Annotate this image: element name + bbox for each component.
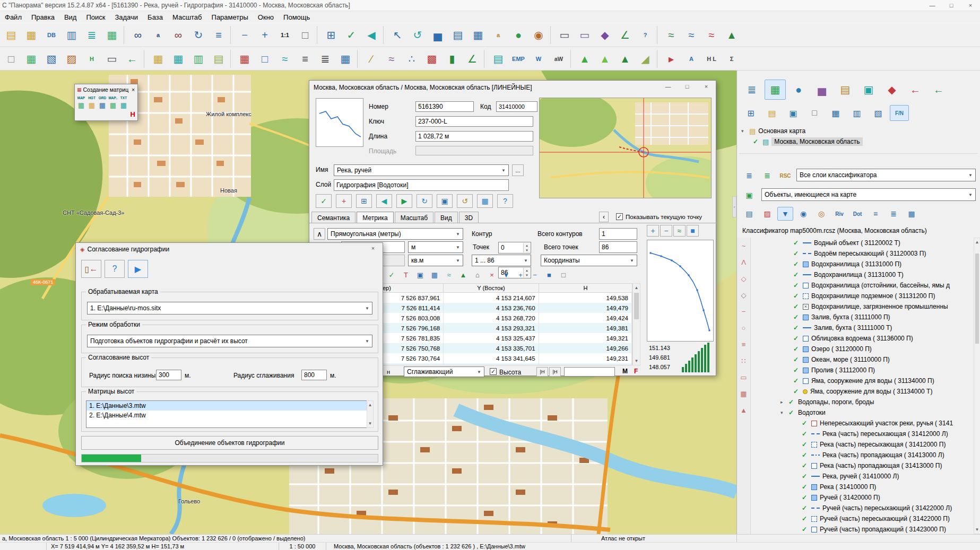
menu-Задачи[interactable]: Задачи xyxy=(110,12,143,22)
tree-scrollbar[interactable]: ▲ ▼ xyxy=(974,238,980,534)
triangle-icon[interactable]: ▲ xyxy=(740,406,747,414)
classifier-item[interactable]: ✓×Водохранилище, загрязненное промышленн… xyxy=(751,301,974,312)
elevation-profile-chart[interactable] xyxy=(647,240,714,342)
tree-root-row[interactable]: ▾ ▤ Основная карта xyxy=(741,126,975,136)
check-icon[interactable]: ✓ xyxy=(802,462,809,469)
map-aw[interactable]: aW xyxy=(549,49,569,69)
doc-add[interactable]: ▣ xyxy=(784,105,803,121)
fn-toggle[interactable]: F/N xyxy=(890,105,909,121)
search-object[interactable]: ∞ xyxy=(168,25,188,45)
merge-button[interactable]: Объединение объектов гидрографии xyxy=(81,436,378,450)
close-button[interactable]: × xyxy=(697,81,716,92)
check-icon[interactable]: ✓ xyxy=(802,420,809,427)
m-button[interactable]: М xyxy=(622,368,628,375)
profile-zoom-in[interactable]: + xyxy=(647,225,659,237)
grid-red[interactable]: ▦ xyxy=(235,49,255,69)
hatch-red[interactable]: ▩ xyxy=(422,49,442,69)
rect-icon[interactable]: ▭ xyxy=(740,373,747,381)
classifier-item[interactable]: ✓Непересыхающий участок реки, ручья ( 31… xyxy=(751,418,974,429)
database-dbm[interactable]: DB xyxy=(41,25,62,45)
profile-chart[interactable]: ≈ xyxy=(673,225,686,237)
slope[interactable]: ◢ xyxy=(635,49,655,69)
open-map[interactable]: ▤ xyxy=(1,25,21,45)
list-num[interactable]: ≣ xyxy=(315,49,335,69)
matrix-h-label[interactable]: H xyxy=(131,110,135,118)
name-combo[interactable]: Река, ручей▼ xyxy=(334,164,509,176)
classifier-item[interactable]: ✓Водохранилища (отстойники, бассейны, ям… xyxy=(751,280,974,291)
check-icon[interactable]: ✓ xyxy=(793,292,800,300)
letters-hl[interactable]: H L xyxy=(701,49,722,69)
classifier-item[interactable]: ✓Ручей ( 31420000 П) xyxy=(751,492,974,503)
projection-combo[interactable]: Прямоугольная (метры)▼ xyxy=(327,228,463,240)
line-wave-icon[interactable]: ~ xyxy=(742,242,746,250)
object-dialog-title-bar[interactable]: Москва, Московская область / Москва, Мос… xyxy=(309,81,716,94)
scroll-thumb[interactable] xyxy=(634,293,639,319)
check-icon[interactable]: ✓ xyxy=(793,260,800,268)
search-area[interactable]: ◉ xyxy=(528,25,549,45)
map-emp[interactable]: EMP xyxy=(508,49,528,69)
filter-funnel[interactable]: ▼ xyxy=(777,207,793,221)
map-route[interactable]: ▧ xyxy=(41,49,62,69)
check-icon[interactable]: ✓ xyxy=(802,483,809,491)
view-3d[interactable]: ◆ xyxy=(595,25,615,45)
check-icon[interactable]: ✓ xyxy=(793,250,800,257)
check-icon[interactable]: ✓ xyxy=(802,494,809,501)
objects-combo[interactable]: Объекты, имеющиеся на карте ▼ xyxy=(761,188,976,201)
classifier-item[interactable]: ✓Водохранилища ( 31131000 П) xyxy=(751,259,974,269)
table-b[interactable]: ▧ xyxy=(869,105,888,121)
show-point-checkbox[interactable]: ✓ xyxy=(616,213,623,220)
flag[interactable]: ▸ xyxy=(661,49,681,69)
classifier-item[interactable]: ✓Река (часть) пропадающая ( 31413000 Л) xyxy=(751,450,974,460)
maximize-button[interactable]: □ xyxy=(942,0,961,11)
scroll-up-icon[interactable]: ▲ xyxy=(633,284,640,292)
classifier-item[interactable]: ✓Река ( 31410000 П) xyxy=(751,482,974,492)
classifier-item[interactable]: ✓Яма, сооружение для воды ( 31134000 Т) xyxy=(751,386,974,397)
scroll-up-icon[interactable]: ▲ xyxy=(974,238,980,246)
exit-button[interactable]: ▯← xyxy=(81,260,101,278)
area-unit-combo[interactable]: кв.м▼ xyxy=(408,255,463,266)
check-icon[interactable]: ✓ xyxy=(788,409,795,416)
data-list[interactable]: ≣ xyxy=(741,80,762,100)
map-spot[interactable]: ▨ xyxy=(62,49,82,69)
maps-pair[interactable]: ▤ xyxy=(488,49,508,69)
object-help[interactable]: ? xyxy=(497,194,513,208)
matrix-button-GRD[interactable]: GRD▦ xyxy=(97,96,108,119)
folder-add[interactable]: ▤ xyxy=(762,105,782,121)
down-point[interactable]: ▼ xyxy=(500,268,513,281)
bookmark[interactable]: ◆ xyxy=(881,80,903,100)
diamond-2-icon[interactable]: ◇ xyxy=(741,291,747,299)
undo-object[interactable]: ↺ xyxy=(457,194,473,208)
save-metric[interactable]: ▣ xyxy=(414,268,427,281)
search-table[interactable]: ◉ xyxy=(795,207,811,221)
profile-green[interactable]: ≈ xyxy=(661,25,681,45)
classifier-item[interactable]: ✓Водный объект ( 31120002 Т) xyxy=(751,238,974,248)
check-icon[interactable]: ✓ xyxy=(793,239,800,247)
tab-Вид[interactable]: Вид xyxy=(435,212,458,223)
table-a[interactable]: ▦ xyxy=(826,105,845,121)
check-icon[interactable]: ✓ xyxy=(793,366,800,374)
profile-blue[interactable]: ≈ xyxy=(681,25,701,45)
zoom-out[interactable]: − xyxy=(235,25,255,45)
object-map-preview[interactable] xyxy=(539,98,712,198)
atlas-view[interactable]: ▣ xyxy=(858,80,879,100)
eraser[interactable]: ▨ xyxy=(759,207,775,221)
letter-sigma[interactable]: Σ xyxy=(722,49,742,69)
list-mode[interactable]: ≣ xyxy=(886,207,901,221)
step-back[interactable]: ◀ xyxy=(361,25,381,45)
classifier-item[interactable]: ✓Залив, бухта ( 31111000 П) xyxy=(751,312,974,322)
tab-3D[interactable]: 3D xyxy=(459,212,479,223)
rsc-file[interactable]: RSC xyxy=(777,169,793,182)
chart-view[interactable]: ▅ xyxy=(811,80,832,100)
more-button[interactable]: ... xyxy=(512,164,524,176)
classifier-item[interactable]: ✓Ручей (часть) пропадающий ( 31423000 П) xyxy=(751,524,974,534)
grid-icon[interactable]: ▦ xyxy=(740,390,747,398)
route-edit[interactable]: ∕ xyxy=(361,49,381,69)
panel-splitter[interactable]: ‹ xyxy=(732,196,736,217)
copy-map[interactable]: ▤ xyxy=(448,25,468,45)
tab-Семантика[interactable]: Семантика xyxy=(311,212,355,223)
screen-map[interactable]: ▥ xyxy=(62,25,82,45)
object-list[interactable]: ≡ xyxy=(209,25,229,45)
layers-combo[interactable]: Все слои классификатора ▼ xyxy=(796,169,976,181)
area-green[interactable]: ▮ xyxy=(442,49,462,69)
help-button[interactable]: ? xyxy=(105,260,125,278)
